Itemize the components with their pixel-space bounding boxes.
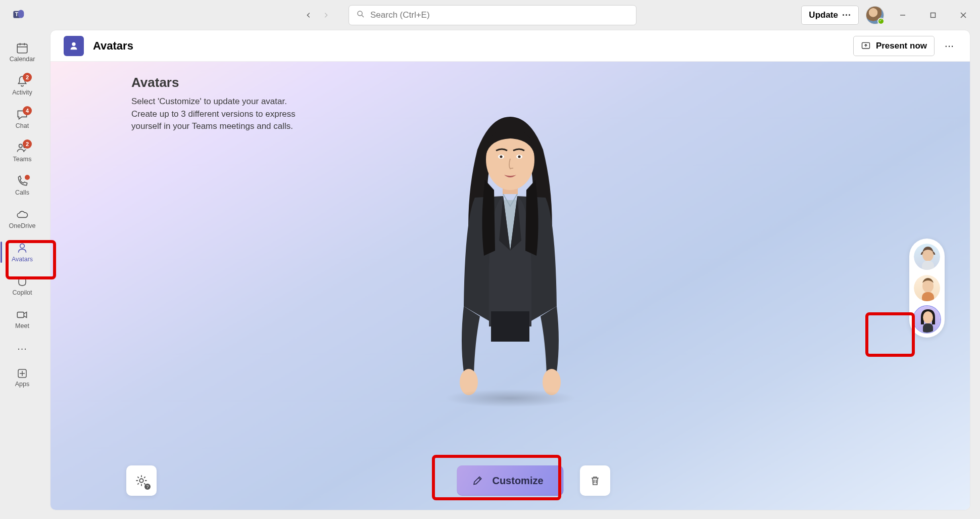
- calendar-icon: [16, 41, 29, 55]
- rail-teams[interactable]: 2 Teams: [4, 135, 41, 169]
- customize-button-label: Customize: [492, 475, 543, 487]
- main-panel: Avatars Present now ··· Avatars Select '…: [51, 30, 970, 510]
- people-icon: 2: [16, 141, 29, 155]
- chat-icon: 4: [16, 108, 29, 121]
- svg-point-13: [19, 144, 23, 148]
- header-more-button[interactable]: ···: [942, 38, 957, 54]
- main-header: Avatars Present now ···: [51, 30, 970, 62]
- svg-rect-36: [923, 323, 933, 334]
- rail-meet-label: Meet: [15, 322, 29, 329]
- calls-dot-badge: [25, 175, 30, 180]
- rail-apps-label: Apps: [15, 381, 30, 388]
- rail-apps[interactable]: Apps: [4, 361, 41, 394]
- pencil-icon: [472, 475, 483, 486]
- window-close-button[interactable]: [952, 5, 975, 25]
- svg-point-15: [20, 244, 25, 248]
- rail-calendar[interactable]: Calendar: [4, 35, 41, 69]
- rail-teams-label: Teams: [13, 156, 32, 163]
- svg-rect-32: [922, 261, 934, 271]
- app-rail: Calendar 2 Activity 4 Chat 2 Teams Calls…: [0, 30, 44, 519]
- svg-text:T: T: [15, 11, 19, 17]
- rail-onedrive[interactable]: OneDrive: [4, 202, 41, 235]
- svg-rect-16: [17, 312, 24, 318]
- rail-avatars[interactable]: Avatars: [4, 235, 41, 269]
- bell-icon: 2: [16, 75, 29, 88]
- video-icon: [16, 308, 29, 321]
- avatar-shadow: [445, 389, 576, 407]
- rail-meet[interactable]: Meet: [4, 302, 41, 336]
- page-title: Avatars: [93, 39, 133, 53]
- window-maximize-button[interactable]: [921, 5, 945, 25]
- svg-rect-34: [922, 292, 934, 302]
- rail-copilot[interactable]: Copilot: [4, 269, 41, 302]
- svg-point-3: [358, 11, 362, 16]
- present-now-label: Present now: [876, 41, 927, 51]
- rail-activity-label: Activity: [12, 89, 32, 96]
- avatar-slot-1[interactable]: [913, 243, 941, 271]
- svg-point-25: [500, 155, 502, 158]
- rail-calls[interactable]: Calls: [4, 169, 41, 202]
- rail-chat[interactable]: 4 Chat: [4, 102, 41, 135]
- search-icon: [356, 10, 365, 21]
- avatars-app-icon: [64, 36, 84, 56]
- present-now-button[interactable]: Present now: [853, 36, 935, 56]
- rail-avatars-label: Avatars: [12, 256, 33, 263]
- rail-copilot-label: Copilot: [13, 289, 32, 296]
- info-line2: Create up to 3 different versions to exp…: [131, 109, 296, 131]
- svg-rect-1: [18, 10, 24, 18]
- update-button[interactable]: Update ···: [801, 6, 859, 25]
- rail-calls-label: Calls: [15, 189, 29, 196]
- apps-icon: [16, 367, 28, 380]
- update-button-label: Update: [809, 10, 838, 20]
- nav-forward-button[interactable]: [318, 8, 333, 23]
- share-screen-icon: [861, 41, 871, 51]
- copilot-icon: [16, 275, 29, 288]
- info-heading: Avatars: [131, 75, 323, 90]
- customize-button[interactable]: Customize: [457, 465, 563, 496]
- trash-icon: [589, 475, 601, 487]
- svg-rect-6: [931, 13, 936, 18]
- rail-more-button[interactable]: ···: [4, 336, 41, 361]
- rail-chat-label: Chat: [16, 122, 29, 129]
- help-badge-icon: ?: [144, 484, 151, 490]
- svg-line-4: [362, 15, 364, 17]
- avatar-slot-3[interactable]: [913, 305, 941, 334]
- svg-point-37: [139, 479, 143, 482]
- search-input[interactable]: [370, 10, 629, 20]
- rail-onedrive-label: OneDrive: [9, 222, 36, 229]
- avatar-settings-button[interactable]: ?: [126, 465, 157, 496]
- info-panel: Avatars Select 'Customize' to update you…: [131, 75, 323, 133]
- svg-point-35: [923, 311, 933, 323]
- avatar-selector: [909, 239, 945, 338]
- update-more-icon: ···: [842, 10, 851, 21]
- nav-back-button[interactable]: [301, 8, 316, 23]
- person-icon: [16, 242, 29, 255]
- chat-badge: 4: [23, 106, 32, 115]
- svg-point-20: [72, 42, 75, 45]
- avatar-stage: Avatars Select 'Customize' to update you…: [51, 62, 970, 510]
- window-minimize-button[interactable]: [891, 5, 914, 25]
- svg-rect-28: [491, 311, 529, 342]
- info-line1: Select 'Customize' to update your avatar…: [131, 97, 287, 106]
- teams-badge: 2: [23, 139, 32, 149]
- avatar-slot-2[interactable]: [913, 274, 941, 302]
- titlebar: T Update ···: [0, 0, 980, 30]
- avatar-preview: [404, 89, 616, 404]
- rail-calendar-label: Calendar: [10, 56, 35, 63]
- svg-rect-9: [17, 44, 27, 53]
- activity-badge: 2: [23, 73, 32, 82]
- phone-icon: [16, 175, 29, 188]
- cloud-icon: [16, 208, 29, 221]
- svg-point-27: [518, 155, 520, 158]
- presence-available-icon: [877, 18, 885, 25]
- rail-activity[interactable]: 2 Activity: [4, 69, 41, 102]
- search-box[interactable]: [349, 5, 636, 25]
- profile-avatar[interactable]: [866, 6, 884, 24]
- delete-avatar-button[interactable]: [580, 465, 610, 496]
- teams-logo-icon: T: [10, 6, 28, 24]
